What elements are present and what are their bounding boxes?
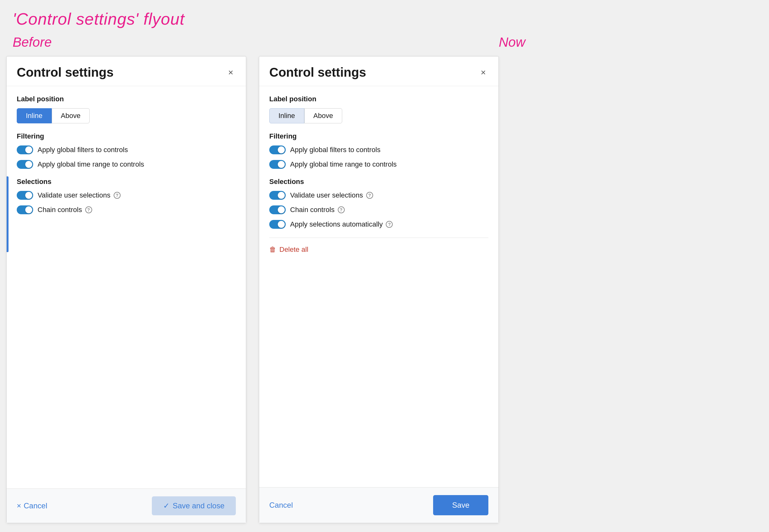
now-selections-label: Selections	[269, 178, 488, 186]
now-label: Now	[499, 35, 525, 50]
now-filtering-section: Filtering Apply global filters to contro…	[269, 132, 488, 169]
before-validate-row: Validate user selections ?	[17, 191, 236, 200]
comparison-labels: Before Now	[0, 32, 769, 53]
before-validate-toggle[interactable]	[17, 191, 33, 200]
now-apply-auto-label: Apply selections automatically ?	[290, 220, 393, 228]
before-above-btn[interactable]: Above	[52, 108, 90, 123]
before-label-position-label: Label position	[17, 95, 236, 103]
now-filter1-toggle[interactable]	[269, 145, 286, 154]
now-panel-title: Control settings	[269, 65, 366, 80]
before-filter1-label: Apply global filters to controls	[38, 146, 128, 154]
before-label-position-section: Label position Inline Above	[17, 95, 236, 123]
before-selections-label: Selections	[17, 178, 236, 186]
now-validate-label: Validate user selections ?	[290, 191, 373, 199]
now-above-btn[interactable]: Above	[304, 108, 342, 123]
now-filter2-label: Apply global time range to controls	[290, 160, 397, 168]
now-label-position-group: Inline Above	[269, 108, 488, 123]
now-inline-btn[interactable]: Inline	[269, 108, 304, 123]
before-validate-help-icon[interactable]: ?	[114, 192, 121, 199]
cancel-x-icon: ×	[17, 501, 21, 510]
before-panel: Control settings × Label position Inline…	[6, 56, 246, 523]
now-filter1-label: Apply global filters to controls	[290, 146, 380, 154]
before-inline-btn[interactable]: Inline	[17, 108, 52, 123]
now-apply-auto-row: Apply selections automatically ?	[269, 220, 488, 229]
before-panel-title: Control settings	[17, 65, 114, 80]
check-icon: ✓	[163, 501, 169, 510]
now-filtering-label: Filtering	[269, 132, 488, 140]
now-apply-auto-help-icon[interactable]: ?	[386, 221, 393, 228]
before-filter2-toggle[interactable]	[17, 160, 33, 169]
before-filter2-row: Apply global time range to controls	[17, 160, 236, 169]
now-delete-all-button[interactable]: 🗑 Delete all	[269, 245, 308, 254]
now-chain-help-icon[interactable]: ?	[338, 206, 345, 213]
before-panel-body: Label position Inline Above Filtering Ap…	[7, 86, 246, 488]
now-selections-section: Selections Validate user selections ?	[269, 178, 488, 229]
now-validate-help-icon[interactable]: ?	[366, 192, 373, 199]
before-close-button[interactable]: ×	[226, 67, 236, 78]
now-panel-header: Control settings ×	[259, 56, 499, 86]
now-label-position-label: Label position	[269, 95, 488, 103]
now-panel: Control settings × Label position Inline…	[259, 56, 499, 523]
before-chain-row: Chain controls ?	[17, 205, 236, 214]
before-chain-help-icon[interactable]: ?	[85, 206, 92, 213]
before-selections-section: Selections Validate user selections ?	[17, 178, 236, 214]
page-header: 'Control settings' flyout	[0, 0, 769, 32]
before-filtering-label: Filtering	[17, 132, 236, 140]
trash-icon: 🗑	[269, 245, 276, 254]
now-chain-row: Chain controls ?	[269, 205, 488, 214]
now-cancel-button[interactable]: Cancel	[269, 501, 293, 510]
before-filter2-label: Apply global time range to controls	[38, 160, 144, 168]
now-validate-toggle[interactable]	[269, 191, 286, 200]
now-panel-body: Label position Inline Above Filtering Ap…	[259, 86, 499, 487]
page-title: 'Control settings' flyout	[13, 9, 756, 28]
now-close-button[interactable]: ×	[478, 67, 488, 78]
before-filtering-section: Filtering Apply global filters to contro…	[17, 132, 236, 169]
now-panel-footer: Cancel Save	[259, 487, 499, 523]
before-filter1-row: Apply global filters to controls	[17, 145, 236, 154]
now-apply-auto-toggle[interactable]	[269, 220, 286, 229]
side-bar-decoration	[7, 176, 9, 252]
now-filter1-row: Apply global filters to controls	[269, 145, 488, 154]
now-chain-toggle[interactable]	[269, 205, 286, 214]
now-validate-row: Validate user selections ?	[269, 191, 488, 200]
before-panel-footer: × Cancel ✓ Save and close	[7, 488, 246, 523]
before-panel-header: Control settings ×	[7, 56, 246, 86]
before-chain-toggle[interactable]	[17, 205, 33, 214]
before-cancel-button[interactable]: × Cancel	[17, 501, 47, 510]
before-save-close-button[interactable]: ✓ Save and close	[152, 496, 236, 515]
now-divider	[269, 238, 488, 238]
now-filter2-toggle[interactable]	[269, 160, 286, 169]
panels-container: Control settings × Label position Inline…	[0, 56, 769, 523]
before-label-position-group: Inline Above	[17, 108, 236, 123]
now-chain-label: Chain controls ?	[290, 206, 345, 214]
before-filter1-toggle[interactable]	[17, 145, 33, 154]
now-label-position-section: Label position Inline Above	[269, 95, 488, 123]
now-save-button[interactable]: Save	[433, 495, 488, 515]
before-chain-label: Chain controls ?	[38, 206, 92, 214]
before-label: Before	[13, 35, 252, 50]
now-filter2-row: Apply global time range to controls	[269, 160, 488, 169]
before-validate-label: Validate user selections ?	[38, 191, 121, 199]
